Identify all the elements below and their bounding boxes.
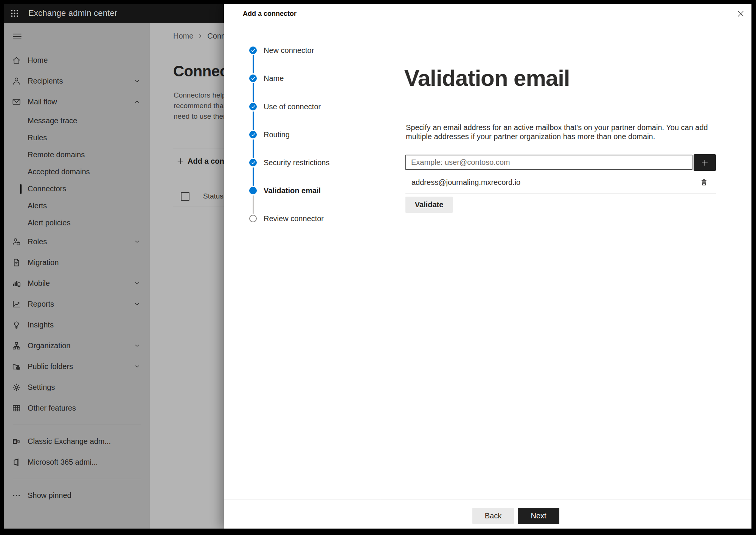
step-use-of-connector[interactable]: Use of connector [249,102,321,112]
app-launcher-button[interactable] [5,4,24,23]
add-connector-panel: Add a connector New connector Name Use o… [224,4,751,529]
sidebar-item-label: Remote domains [28,150,85,159]
step-new-connector[interactable]: New connector [249,45,314,55]
sidebar-item-label: Migration [28,258,59,267]
document-arrow-icon [11,258,21,268]
chevron-down-icon [134,343,140,349]
sidebar-item-accepted-domains[interactable]: Accepted domains [4,163,150,180]
intro-line: recommend tha [174,101,226,111]
sidebar-item-label: Alert policies [28,219,70,227]
sidebar-item-label: Alerts [28,202,47,210]
step-label: Name [264,74,284,83]
sidebar-item-message-trace[interactable]: Message trace [4,112,150,129]
step-security-restrictions[interactable]: Security restrictions [249,158,330,167]
chevron-down-icon [134,301,140,307]
sidebar-item-label: Recipients [28,77,63,85]
select-all-checkbox[interactable] [181,192,189,201]
panel-header-divider [224,24,751,24]
breadcrumb: Home Conne [173,32,230,40]
add-connector-button[interactable]: Add a conn [177,156,229,166]
envelope-icon [11,97,21,107]
sidebar-item-remote-domains[interactable]: Remote domains [4,146,150,163]
chevron-down-icon [134,78,140,84]
sidebar-item-home[interactable]: Home [4,50,150,71]
step-name[interactable]: Name [249,73,284,83]
stepper-line [253,195,254,214]
person-briefcase-icon [11,237,21,247]
sidebar-item-label: Connectors [28,185,66,193]
chevron-down-icon [134,364,140,369]
grid-icon [11,403,21,413]
chevron-down-icon [134,281,140,286]
sidebar-item-label: Other features [28,404,76,412]
chevron-down-icon [134,239,140,245]
plus-icon [701,159,709,167]
add-connector-label: Add a conn [188,157,229,166]
validation-email-address: address@journaling.mxrecord.io [411,178,520,187]
waffle-icon [10,9,19,18]
back-button[interactable]: Back [472,508,514,524]
sidebar-item-label: Microsoft 365 admi... [28,458,98,467]
intro-line: need to use ther [174,111,226,122]
sidebar-item-insights[interactable]: Insights [4,315,150,335]
step-label: Use of connector [264,102,321,111]
validate-button[interactable]: Validate [405,197,453,213]
sidebar-item-microsoft-365-admin[interactable]: Microsoft 365 admi... [4,452,150,473]
sidebar-item-migration[interactable]: Migration [4,252,150,273]
sidebar-item-recipients[interactable]: Recipients [4,71,150,91]
step-complete-icon [249,159,257,166]
chevron-up-icon [134,99,140,105]
sidebar-item-alert-policies[interactable]: Alert policies [4,214,150,231]
wizard-step-description: Specify an email address for an active m… [406,123,708,141]
sidebar-divider [13,479,141,479]
sidebar-item-label: Settings [28,383,55,392]
sidebar-item-classic-exchange-admin[interactable]: E Classic Exchange adm... [4,431,150,452]
chart-phone-icon [11,279,21,288]
sidebar-item-rules[interactable]: Rules [4,129,150,146]
validation-email-input[interactable] [405,155,692,170]
breadcrumb-home-link[interactable]: Home [173,32,193,40]
step-complete-icon [249,74,257,82]
sidebar-item-label: Mail flow [28,98,57,106]
app-screen: Exchange admin center Home Recipients [4,4,751,529]
sidebar-item-mail-flow[interactable]: Mail flow [4,91,150,112]
step-review-connector[interactable]: Review connector [249,214,324,223]
stepper-line [253,167,254,186]
add-email-button[interactable] [694,154,716,171]
sidebar-item-connectors[interactable]: Connectors [4,180,150,197]
sidebar-item-public-folders[interactable]: Public folders [4,356,150,377]
sidebar-item-label: Message trace [28,116,77,125]
step-complete-icon [249,131,257,138]
description-line: Specify an email address for an active m… [406,123,708,132]
lightbulb-icon [11,320,21,330]
sidebar-item-label: Public folders [28,362,73,371]
sidebar-item-roles[interactable]: Roles [4,231,150,252]
panel-footer-divider [224,499,751,500]
sidebar-item-settings[interactable]: Settings [4,377,150,398]
close-panel-button[interactable] [736,9,745,19]
nav-collapse-button[interactable] [12,31,22,42]
step-label: Routing [264,130,290,139]
step-complete-icon [249,103,257,110]
step-current-icon [249,187,257,194]
plus-icon [177,157,184,165]
sidebar-item-other-features[interactable]: Other features [4,398,150,419]
exchange-logo-icon: E [11,437,21,447]
next-button[interactable]: Next [518,508,559,524]
sidebar-item-label: Organization [28,341,70,350]
stepper-line [253,140,254,158]
address-list-divider [405,193,716,194]
sidebar-item-reports[interactable]: Reports [4,294,150,315]
sidebar-item-mobile[interactable]: Mobile [4,273,150,294]
stepper-content-divider [381,24,381,499]
intro-line: Connectors help [174,90,226,101]
delete-address-button[interactable] [699,177,709,187]
sidebar-item-show-pinned[interactable]: Show pinned [4,485,150,506]
step-validation-email[interactable]: Validation email [249,186,321,195]
gear-icon [11,383,21,392]
sidebar-item-alerts[interactable]: Alerts [4,197,150,214]
sidebar-item-organization[interactable]: Organization [4,335,150,356]
line-chart-icon [11,299,21,309]
status-column-header[interactable]: Status [203,192,224,200]
step-routing[interactable]: Routing [249,130,290,140]
